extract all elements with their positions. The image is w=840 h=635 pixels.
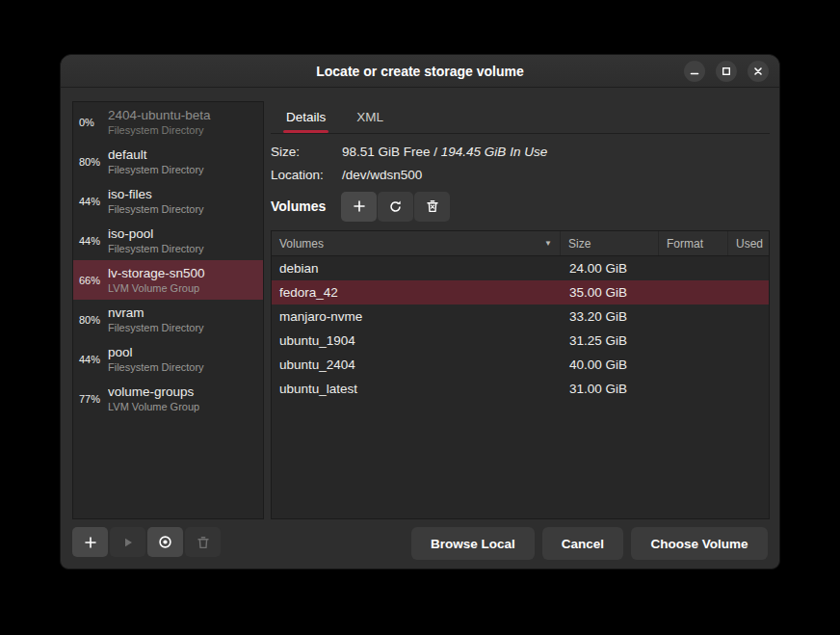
pool-name: default	[108, 146, 204, 164]
pool-usage-percent: 66%	[79, 275, 108, 286]
pool-name: lv-storage-sn500	[108, 265, 205, 282]
pool-type: Filesystem Directory	[108, 242, 204, 255]
location-label: Location:	[271, 168, 342, 182]
pool-item-2404-ubuntu-beta[interactable]: 0% 2404-ubuntu-beta Filesystem Directory	[73, 102, 263, 142]
pool-toolbar	[72, 527, 221, 557]
maximize-icon	[722, 66, 731, 76]
pool-item-iso-files[interactable]: 44% iso-files Filesystem Directory	[73, 181, 263, 221]
pool-type: LVM Volume Group	[108, 400, 199, 413]
desktop-background: Locate or create storage volume	[0, 0, 840, 635]
volume-toolbar	[341, 192, 450, 222]
detail-tabs: Details XML	[271, 101, 770, 134]
window-title: Locate or create storage volume	[316, 64, 524, 79]
close-button[interactable]	[748, 61, 769, 82]
pool-name: 2404-ubuntu-beta	[108, 107, 211, 124]
volume-name: manjaro-nvme	[272, 309, 561, 324]
tab-xml-label: XML	[356, 110, 383, 124]
cancel-button[interactable]: Cancel	[542, 527, 623, 560]
choose-volume-button[interactable]: Choose Volume	[631, 527, 768, 560]
start-pool-button[interactable]	[110, 527, 145, 557]
volume-name: ubuntu_2404	[272, 357, 561, 372]
pool-name: iso-files	[108, 186, 204, 203]
pool-item-default[interactable]: 80% default Filesystem Directory	[73, 142, 263, 181]
volume-size: 40.00 GiB	[561, 357, 659, 372]
volume-name: fedora_42	[272, 285, 561, 300]
stop-pool-button[interactable]	[147, 527, 183, 557]
pool-item-nvram[interactable]: 80% nvram Filesystem Directory	[73, 300, 263, 339]
maximize-button[interactable]	[716, 61, 737, 82]
volume-row-fedora-42[interactable]: fedora_42 35.00 GiB	[272, 280, 769, 304]
pool-type: Filesystem Directory	[108, 202, 204, 216]
volume-row-ubuntu-2404[interactable]: ubuntu_2404 40.00 GiB	[272, 353, 769, 377]
storage-volume-dialog: Locate or create storage volume	[60, 54, 780, 569]
tab-xml[interactable]: XML	[341, 101, 399, 133]
trash-icon	[197, 536, 210, 549]
volumes-table-header: Volumes ▼ Size Format Used	[272, 231, 769, 256]
refresh-volumes-button[interactable]	[378, 192, 413, 222]
pool-item-pool[interactable]: 44% pool Filesystem Directory	[73, 339, 263, 379]
minimize-icon	[690, 66, 699, 76]
pool-usage-percent: 44%	[79, 196, 108, 207]
storage-pool-list: 0% 2404-ubuntu-beta Filesystem Directory…	[72, 101, 264, 519]
pool-item-volume-groups[interactable]: 77% volume-groups LVM Volume Group	[73, 379, 263, 418]
pool-usage-percent: 80%	[79, 156, 108, 168]
volume-row-debian[interactable]: debian 24.00 GiB	[272, 256, 769, 280]
pool-name: nvram	[108, 304, 204, 322]
volume-size: 31.25 GiB	[561, 333, 659, 348]
column-header-size[interactable]: Size	[561, 231, 659, 255]
pool-type: Filesystem Directory	[108, 360, 204, 374]
size-label: Size:	[271, 145, 342, 159]
location-row: Location: /dev/wdsn500	[271, 164, 770, 185]
volume-size: 24.00 GiB	[561, 261, 659, 276]
volumes-bar: Volumes	[271, 190, 770, 223]
record-circle-icon	[158, 535, 172, 549]
window-controls	[684, 61, 769, 82]
pool-type: Filesystem Directory	[108, 123, 211, 137]
add-pool-button[interactable]	[72, 527, 108, 557]
trash-icon	[426, 199, 439, 213]
size-row: Size: 98.51 GiB Free / 194.45 GiB In Use	[271, 141, 770, 162]
delete-volume-button[interactable]	[414, 192, 450, 222]
minimize-button[interactable]	[684, 61, 705, 82]
delete-pool-button[interactable]	[185, 527, 221, 557]
pool-usage-percent: 77%	[79, 393, 108, 405]
pool-usage-percent: 44%	[79, 235, 108, 247]
column-header-volumes[interactable]: Volumes ▼	[272, 231, 561, 255]
tab-details[interactable]: Details	[271, 101, 341, 133]
play-icon	[122, 537, 134, 548]
pool-name: iso-pool	[108, 225, 204, 243]
tab-details-label: Details	[286, 110, 326, 124]
browse-local-button[interactable]: Browse Local	[411, 527, 535, 560]
pool-name: pool	[108, 344, 204, 361]
volume-name: debian	[272, 261, 561, 276]
volume-name: ubuntu_1904	[272, 333, 561, 348]
pool-name: volume-groups	[108, 384, 199, 401]
pool-usage-percent: 44%	[79, 354, 108, 365]
add-volume-button[interactable]	[341, 192, 377, 222]
column-header-format[interactable]: Format	[659, 231, 728, 255]
pool-type: Filesystem Directory	[108, 163, 204, 176]
titlebar: Locate or create storage volume	[61, 55, 779, 88]
plus-icon	[84, 536, 97, 549]
volume-row-ubuntu-latest[interactable]: ubuntu_latest 31.00 GiB	[272, 377, 769, 401]
volumes-label: Volumes	[271, 198, 341, 214]
pool-type: LVM Volume Group	[108, 281, 205, 295]
pool-item-lv-storage-sn500[interactable]: 66% lv-storage-sn500 LVM Volume Group	[73, 260, 263, 300]
pool-usage-percent: 80%	[79, 314, 108, 326]
volume-name: ubuntu_latest	[272, 382, 561, 396]
size-free-value: 98.51 GiB Free /	[342, 145, 437, 159]
column-header-used[interactable]: Used	[728, 231, 769, 255]
volumes-table: Volumes ▼ Size Format Used debian 24.00 …	[271, 230, 770, 519]
location-value: /dev/wdsn500	[342, 168, 422, 182]
volume-row-manjaro-nvme[interactable]: manjaro-nvme 33.20 GiB	[272, 304, 769, 329]
dialog-action-buttons: Browse Local Cancel Choose Volume	[411, 527, 768, 560]
close-icon	[753, 66, 763, 76]
plus-icon	[353, 199, 366, 213]
refresh-icon	[388, 199, 403, 214]
size-in-use-value: 194.45 GiB In Use	[441, 145, 547, 159]
volume-size: 31.00 GiB	[561, 382, 659, 396]
sort-descending-icon: ▼	[544, 239, 552, 248]
pool-item-iso-pool[interactable]: 44% iso-pool Filesystem Directory	[73, 221, 263, 260]
volume-size: 35.00 GiB	[561, 285, 659, 300]
volume-row-ubuntu-1904[interactable]: ubuntu_1904 31.25 GiB	[272, 329, 769, 353]
